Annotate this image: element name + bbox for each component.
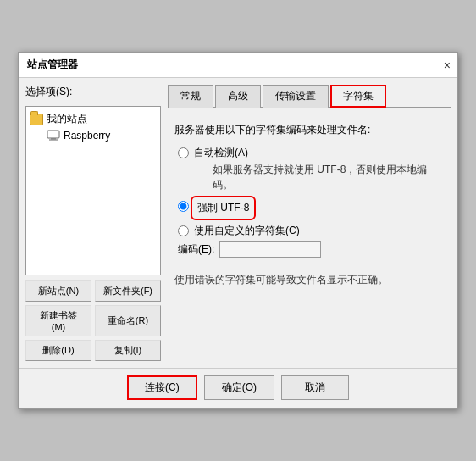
- right-panel: 常规 高级 传输设置 字符集 服务器使用以下的字符集编码来处理文件名: 自动检测…: [168, 85, 451, 361]
- left-buttons: 新站点(N) 新文件夹(F) 新建书签(M) 重命名(R) 删除(D) 复制(I…: [25, 280, 161, 361]
- tab-advanced[interactable]: 高级: [215, 85, 261, 108]
- new-folder-button[interactable]: 新文件夹(F): [95, 280, 161, 302]
- warning-text: 使用错误的字符集可能导致文件名显示不正确。: [174, 273, 444, 287]
- svg-rect-1: [51, 138, 56, 140]
- tree-root[interactable]: 我的站点: [30, 110, 157, 128]
- svg-rect-0: [47, 131, 59, 138]
- radio-custom-charset: 使用自定义的字符集(C): [178, 224, 444, 238]
- main-content: 选择项(S): 我的站点 Raspberry: [19, 78, 457, 368]
- tree-child-raspberry[interactable]: Raspberry: [47, 128, 157, 143]
- left-panel-label: 选择项(S):: [25, 85, 161, 99]
- tree-child-label: Raspberry: [64, 130, 110, 142]
- radio-auto-detect-sublabel: 如果服务器支持就使用 UTF-8，否则使用本地编码。: [213, 162, 444, 192]
- encoding-input[interactable]: [219, 241, 321, 258]
- radio-force-utf8-label[interactable]: 强制 UTF-8: [194, 199, 252, 217]
- connect-button[interactable]: 连接(C): [127, 375, 197, 400]
- radio-custom-charset-row: 使用自定义的字符集(C) 编码(E):: [178, 224, 444, 258]
- tree-view: 我的站点 Raspberry: [25, 106, 161, 275]
- radio-auto-detect: 自动检测(A) 如果服务器支持就使用 UTF-8，否则使用本地编码。: [178, 146, 444, 192]
- site-manager-window: 站点管理器 × 选择项(S): 我的站点: [18, 52, 458, 409]
- left-panel: 选择项(S): 我的站点 Raspberry: [25, 85, 161, 361]
- copy-button[interactable]: 复制(I): [95, 340, 161, 361]
- rename-button[interactable]: 重命名(R): [95, 305, 161, 336]
- radio-custom-charset-input[interactable]: [178, 225, 189, 236]
- svg-rect-2: [49, 140, 58, 141]
- folder-icon: [30, 114, 43, 125]
- tab-transfer[interactable]: 传输设置: [263, 85, 329, 108]
- radio-group: 自动检测(A) 如果服务器支持就使用 UTF-8，否则使用本地编码。 强制 UT…: [178, 146, 444, 258]
- window-title: 站点管理器: [27, 58, 78, 72]
- cancel-button[interactable]: 取消: [281, 375, 349, 400]
- tabs: 常规 高级 传输设置 字符集: [168, 85, 451, 108]
- tab-general[interactable]: 常规: [168, 85, 213, 108]
- bottom-buttons: 连接(C) 确定(O) 取消: [19, 368, 457, 408]
- charset-section-title: 服务器使用以下的字符集编码来处理文件名:: [174, 123, 444, 137]
- radio-force-utf8-input[interactable]: [178, 201, 189, 212]
- delete-button[interactable]: 删除(D): [25, 340, 91, 361]
- new-site-button[interactable]: 新站点(N): [25, 280, 91, 302]
- radio-auto-detect-label[interactable]: 自动检测(A): [194, 147, 248, 158]
- radio-force-utf8: 强制 UTF-8: [178, 199, 444, 217]
- radio-custom-charset-label[interactable]: 使用自定义的字符集(C): [194, 224, 300, 238]
- close-button[interactable]: ×: [444, 59, 451, 71]
- tree-root-label: 我的站点: [47, 112, 87, 126]
- charset-tab-content: 服务器使用以下的字符集编码来处理文件名: 自动检测(A) 如果服务器支持就使用 …: [168, 114, 451, 361]
- new-bookmark-button[interactable]: 新建书签(M): [25, 305, 91, 336]
- tab-charset[interactable]: 字符集: [330, 85, 386, 108]
- radio-auto-detect-input[interactable]: [178, 147, 189, 158]
- title-bar: 站点管理器 ×: [19, 53, 457, 78]
- encoding-row: 编码(E):: [178, 241, 444, 258]
- encoding-label: 编码(E):: [178, 242, 214, 257]
- monitor-icon: [47, 130, 60, 142]
- ok-button[interactable]: 确定(O): [204, 375, 274, 400]
